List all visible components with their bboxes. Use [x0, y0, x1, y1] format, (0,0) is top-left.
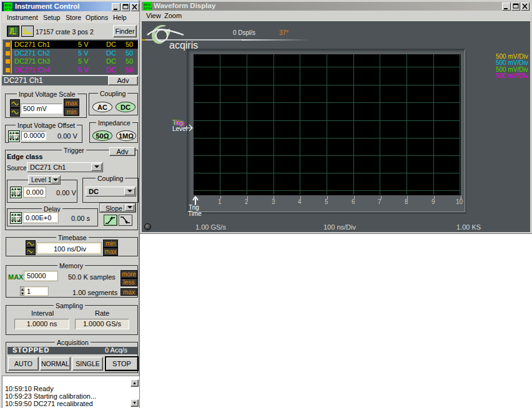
- svg-text:2: 2: [19, 216, 21, 221]
- svg-text:iris: iris: [144, 6, 152, 11]
- svg-text:2: 2: [17, 134, 19, 140]
- svg-text:2: 2: [19, 190, 21, 196]
- svg-text:iris: iris: [4, 7, 12, 11]
